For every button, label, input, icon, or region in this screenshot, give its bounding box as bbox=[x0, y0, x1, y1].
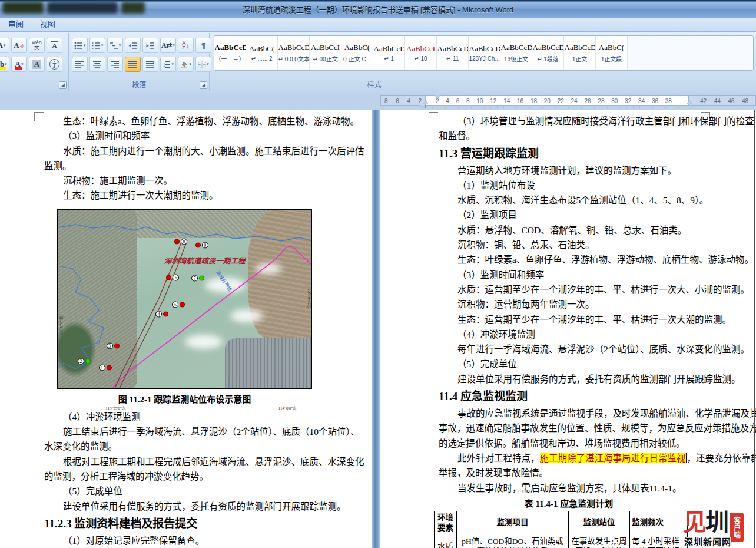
style-item[interactable]: AaBbCcI↵ 10 bbox=[405, 36, 437, 70]
hanging-indent-marker[interactable] bbox=[423, 100, 429, 104]
doc-line[interactable]: 举报，及时发现事故险情。 bbox=[439, 466, 699, 480]
doc-heading[interactable]: 11.2.3 监测资料建档及报告提交 bbox=[44, 514, 372, 533]
page-left[interactable]: 生态：叶绿素a、鱼卵仔鱼、浮游植物、浮游动物、底栖生物、游泳动物。（3）监测时间… bbox=[0, 110, 372, 548]
doc-line[interactable]: 水深变化的监测。 bbox=[44, 439, 372, 454]
paragraph-group: ▾ ▾ ▾ A⇄▾ AZ↓ ¶ bbox=[69, 33, 210, 91]
doc-line[interactable]: 水质：运营期至少在一个潮汐年的丰、平、枯进行一次大、小潮的监测。 bbox=[439, 282, 699, 297]
style-item[interactable]: AaBbCcD（一二三） bbox=[214, 36, 246, 70]
multilevel-list-button[interactable]: ▾ bbox=[107, 38, 123, 53]
borders-button[interactable]: ▾ bbox=[195, 57, 211, 72]
character-border-button[interactable]: A bbox=[47, 38, 62, 53]
numbering-button[interactable]: ▾ bbox=[89, 38, 105, 53]
show-hide-marks-button[interactable]: ¶ bbox=[195, 38, 211, 53]
doc-line[interactable]: （1）监测站位布设 bbox=[439, 178, 699, 193]
doc-line[interactable]: 事故，迅速确定船舶事故发生的位置、性质、规模等，为应急反应对策措施及方案 bbox=[439, 421, 699, 435]
decrease-indent-button[interactable] bbox=[125, 38, 141, 53]
table-cell: pH值、COD和DO、石油类或事故排放的其他物质 bbox=[457, 534, 569, 548]
style-item[interactable]: AaBbC(↵ ...... 2 bbox=[246, 36, 278, 70]
tab-view[interactable]: 视图 bbox=[32, 16, 64, 31]
style-item[interactable]: AaBbC(0-正文 C... bbox=[341, 36, 373, 70]
style-item[interactable]: AaBbCcD(↵ 11 bbox=[437, 36, 469, 70]
doc-line[interactable]: 生态：叶绿素a、鱼卵仔鱼、浮游植物、浮游动物、底栖生物、游泳动物。 bbox=[44, 114, 372, 128]
table-header-cell: 监测项目 bbox=[457, 511, 569, 534]
doc-line[interactable]: （5）完成单位 bbox=[439, 356, 699, 371]
doc-line[interactable]: 水质、沉积物、海洋生态布设5个监测站位（1、4、5、8、9）。 bbox=[439, 193, 699, 207]
style-item[interactable]: AaBbCcD(1正文 bbox=[564, 36, 596, 70]
increase-indent-button[interactable] bbox=[142, 38, 158, 53]
right-indent-marker[interactable] bbox=[687, 100, 692, 104]
doc-line[interactable]: 根据对工程施工期和工程完成后邻近海域海流、悬浮泥沙、底质、水深变化 bbox=[44, 454, 372, 469]
doc-line[interactable]: （4）冲淤环境监测 bbox=[439, 327, 699, 342]
style-item[interactable]: AaBbCcD(↵ 1 bbox=[373, 36, 405, 70]
doc-line[interactable]: 的选定提供依据。船舶监视和岸边、堆场监视费用相对较低。 bbox=[439, 436, 699, 451]
doc-line[interactable]: 建设单位采用有偿服务的方式，委托有资质的监测部门开展跟踪监测。 bbox=[44, 499, 372, 514]
doc-line[interactable]: （3）监测时间和频率 bbox=[44, 128, 372, 143]
left-indent-marker[interactable] bbox=[420, 105, 426, 108]
doc-line[interactable]: 生态：叶绿素a、鱼卵仔鱼、浮游植物、浮游动物、底栖生物、游泳动物。 bbox=[439, 252, 699, 267]
style-item[interactable]: AaBbCcDdI123YJ Ch... bbox=[469, 36, 500, 70]
line-spacing-button[interactable]: ↕▾ bbox=[160, 57, 176, 72]
ruler-nums-left: 8642 bbox=[381, 98, 425, 104]
first-line-indent-marker[interactable] bbox=[435, 95, 440, 99]
phonetic-guide-icon[interactable]: wén文 bbox=[29, 38, 45, 53]
enclose-characters-button[interactable]: 字 bbox=[47, 57, 62, 72]
map-station-3: 3 bbox=[107, 343, 120, 349]
doc-line[interactable]: 的监测，分析工程海域的冲淤变化趋势。 bbox=[44, 469, 372, 484]
doc-line[interactable]: 施工结束后进行一季海域海流、悬浮泥沙（2个站位）、底质（10个站位）、 bbox=[44, 424, 372, 439]
asian-layout-button[interactable]: A⇄▾ bbox=[160, 38, 176, 53]
bullets-button[interactable]: ▾ bbox=[72, 38, 88, 53]
tab-review[interactable]: 审阅 bbox=[0, 16, 32, 31]
style-item[interactable]: AaBbCcD(↵ 0.0.0文本 bbox=[278, 36, 310, 70]
page-right[interactable]: （3）环境管理与监测情况应随时接受海洋行政主管部门和环保部门的检查和监督。11.… bbox=[380, 110, 754, 548]
doc-line[interactable]: 事故的应急监视系统是通过监视手段，及时发现船舶溢油、化学品泄漏及其他 bbox=[439, 406, 699, 421]
doc-line[interactable]: （1）对原始记录应完整保留备查。 bbox=[44, 533, 372, 548]
style-item[interactable]: AaBbCcD(13级正文 bbox=[500, 36, 532, 70]
ruler-nums-main: 2468101214161820222426283032343638 bbox=[426, 98, 688, 104]
map-station-2: 2 bbox=[78, 358, 91, 365]
ruler[interactable]: 8642 2468101214161820222426283032343638 … bbox=[0, 93, 756, 110]
doc-line[interactable]: 营运期纳入地方环境监测计划，建议的监测方案如下。 bbox=[439, 163, 699, 178]
map-station-6: 6 bbox=[166, 274, 179, 280]
doc-line[interactable]: 和监督。 bbox=[439, 128, 699, 143]
align-left-button[interactable] bbox=[72, 57, 88, 72]
paragraph-dialog-launcher[interactable]: ◢ bbox=[200, 81, 207, 89]
doc-heading[interactable]: 11.4 应急监视监测 bbox=[439, 387, 699, 406]
distributed-button[interactable] bbox=[142, 57, 158, 72]
style-item[interactable]: AaBbCcI↵ 00正文 bbox=[310, 36, 341, 70]
clear-formatting-button[interactable]: A bbox=[11, 38, 27, 53]
doc-line[interactable]: 生态：运营期至少在一个潮汐年的丰、平、枯进行一次大潮的监测。 bbox=[439, 312, 699, 327]
doc-heading[interactable]: 11.3 营运期跟踪监测 bbox=[439, 144, 699, 163]
doc-line[interactable]: 建设单位采用有偿服务的方式，委托有资质的监测部门开展跟踪监测。 bbox=[439, 372, 699, 387]
watermark-logo-glyphs: 见圳 bbox=[683, 510, 728, 535]
doc-line[interactable]: （3）监测时间和频率 bbox=[439, 268, 699, 282]
doc-line[interactable]: 当发生事故时，需启动应急监测方案，具体见表11.4-1。 bbox=[439, 481, 699, 496]
doc-line[interactable]: （3）环境管理与监测情况应随时接受海洋行政主管部门和环保部门的检查 bbox=[439, 114, 699, 128]
character-shading-button[interactable]: A bbox=[29, 57, 45, 72]
align-center-button[interactable] bbox=[89, 57, 105, 72]
justify-button[interactable] bbox=[125, 57, 141, 72]
sort-button[interactable]: AZ↓ bbox=[178, 38, 194, 53]
style-item[interactable]: AaBbC(1正文段 bbox=[596, 36, 628, 70]
table-cell: 在事故发生点周围设 6 个站位 bbox=[569, 534, 630, 548]
doc-line[interactable]: 生态：施工期进行一次大潮期的监测。 bbox=[44, 188, 372, 203]
doc-line[interactable]: （5）完成单位 bbox=[44, 484, 372, 499]
doc-line[interactable]: 监测。 bbox=[44, 159, 372, 173]
doc-line[interactable]: 每年进行一季海域海流、悬浮泥沙（2个站位）、底质、水深变化的监测。 bbox=[439, 342, 699, 356]
style-item[interactable]: AaBbCcDd↵ 1段落 bbox=[532, 36, 564, 70]
align-right-button[interactable] bbox=[107, 57, 123, 72]
doc-line[interactable]: 沉积物：施工期监测一次。 bbox=[44, 173, 372, 188]
doc-line[interactable]: （4）冲淤环境监测 bbox=[44, 410, 372, 424]
doc-line[interactable]: 沉积物：铜、铅、总汞、石油类。 bbox=[439, 237, 699, 252]
font-dialog-launcher[interactable]: ◢ bbox=[59, 81, 67, 89]
text-highlight-color-button[interactable]: ab▾ bbox=[0, 57, 9, 72]
doc-line[interactable]: 水质：悬浮物、COD、溶解氧、铜、铅、总汞、石油类。 bbox=[439, 223, 699, 237]
shading-button[interactable]: ▾ bbox=[178, 57, 194, 72]
doc-line[interactable]: 此外针对工程特点，施工期除了湛江海事局进行日常监视，还要充分依靠群众 bbox=[439, 451, 699, 466]
map-coord-left: 22°30'0"北 bbox=[58, 316, 64, 335]
map-station-8: 8 bbox=[174, 239, 187, 245]
doc-line[interactable]: 沉积物：运营期每两年监测一次。 bbox=[439, 297, 699, 312]
doc-line[interactable]: 水质：施工期内进行一个潮期的大、小潮监测。施工结束后进行一次后评估 bbox=[44, 144, 372, 159]
grow-font-button[interactable]: A▾ bbox=[0, 38, 9, 53]
font-color-button[interactable]: A▾ bbox=[11, 57, 27, 72]
doc-line[interactable]: （2）监测项目 bbox=[439, 207, 699, 222]
